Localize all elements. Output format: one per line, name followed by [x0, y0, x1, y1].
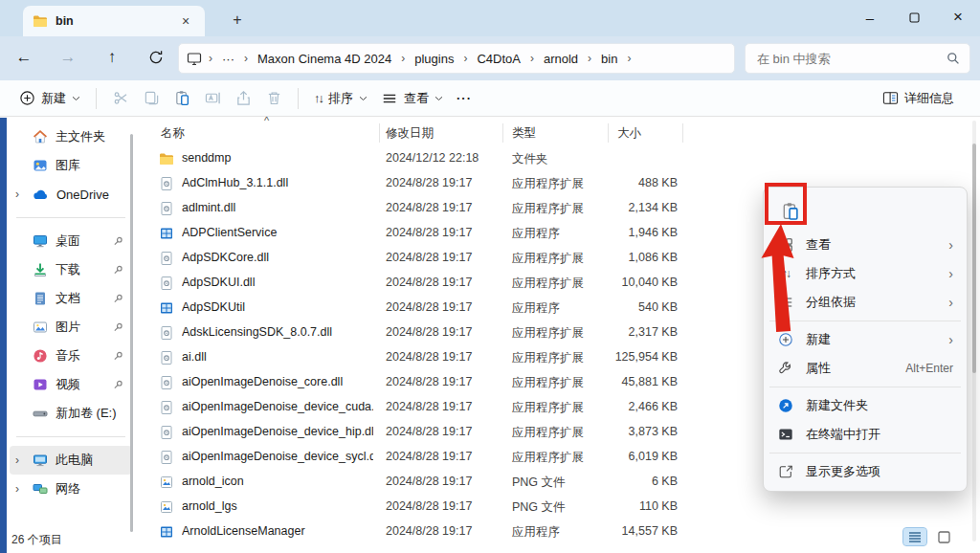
sidebar-item-music[interactable]: 音乐 — [10, 342, 132, 370]
file-name: ArnoldLicenseManager — [182, 524, 373, 538]
new-button[interactable]: 新建 — [11, 84, 87, 113]
chevron-down-icon — [359, 96, 368, 101]
maximize-button[interactable] — [892, 0, 936, 34]
scrollbar-thumb[interactable] — [972, 144, 976, 373]
breadcrumb-separator: › — [462, 52, 468, 65]
file-date-modified: 2024/8/28 19:17 — [386, 375, 472, 388]
expand-chevron-icon[interactable]: › — [15, 188, 19, 201]
column-header-date[interactable]: 修改日期 — [386, 125, 434, 142]
menu-item-label: 属性 — [806, 360, 831, 377]
breadcrumb[interactable]: › ··· › Maxon Cinema 4D 2024 › plugins ›… — [178, 43, 735, 74]
file-date-modified: 2024/8/28 19:17 — [386, 400, 472, 413]
expand-chevron-icon[interactable]: › — [15, 453, 19, 467]
breadcrumb-item[interactable]: plugins — [408, 49, 460, 69]
close-button[interactable]: × — [936, 0, 980, 34]
app-icon — [159, 300, 174, 316]
sidebar-item-label: 桌面 — [56, 232, 80, 250]
column-header-type[interactable]: 类型 — [512, 125, 536, 142]
sidebar-item-this-pc[interactable]: › 此电脑 — [10, 446, 132, 475]
file-name: ai.dll — [182, 350, 373, 364]
file-size: 6 KB — [553, 475, 678, 488]
file-row[interactable]: ArnoldLicenseManager 2024/8/28 19:17 应用程… — [144, 520, 970, 544]
trash-icon — [265, 90, 282, 107]
details-pane-label: 详细信息 — [904, 90, 954, 107]
sidebar-item-network[interactable]: › 网络 — [10, 475, 132, 503]
sidebar-item-label: 音乐 — [56, 347, 80, 365]
minimize-button[interactable]: – — [848, 0, 892, 34]
sort-button-label: 排序 — [328, 90, 353, 107]
sidebar-divider — [16, 217, 125, 218]
cut-icon — [112, 90, 129, 107]
cut-button[interactable] — [105, 84, 136, 113]
sidebar-item-gallery[interactable]: 图库 — [10, 151, 132, 180]
search-input[interactable] — [755, 51, 939, 67]
search-box[interactable] — [745, 43, 970, 74]
menu-item-show-more-options[interactable]: 显示更多选项 — [768, 457, 962, 486]
explorer-tab[interactable]: bin × — [23, 6, 205, 36]
column-divider[interactable] — [608, 123, 609, 143]
folder-icon — [33, 14, 48, 28]
new-tab-button[interactable]: + — [224, 8, 251, 33]
up-button[interactable]: ↑ — [98, 43, 126, 72]
forward-button[interactable]: → — [54, 43, 82, 72]
expand-chevron-icon[interactable]: › — [15, 482, 19, 496]
menu-item-shortcut: Alt+Enter — [905, 362, 953, 375]
file-list-scrollbar[interactable] — [972, 121, 976, 542]
icons-view-toggle[interactable] — [932, 528, 955, 545]
videos-icon — [33, 377, 48, 392]
column-header-size[interactable]: 大小 — [617, 125, 641, 142]
navigation-pane: 主文件夹 图库 › OneDrive 桌面 下载 文档 图片 音乐 视频 — [7, 118, 135, 530]
sidebar-item-home[interactable]: 主文件夹 — [10, 122, 132, 151]
copy-button[interactable] — [136, 84, 167, 113]
breadcrumb-ellipsis[interactable]: ··· — [215, 49, 241, 69]
pin-icon — [113, 322, 123, 333]
breadcrumb-item[interactable]: arnold — [537, 49, 585, 69]
details-pane-button[interactable]: 详细信息 — [875, 84, 961, 113]
file-date-modified: 2024/8/28 19:17 — [386, 425, 472, 438]
file-row[interactable]: arnold_lgs 2024/8/28 19:17 PNG 文件 110 KB — [144, 495, 970, 520]
sidebar-item-documents[interactable]: 文档 — [10, 284, 132, 313]
view-button[interactable]: 查看 — [374, 84, 450, 113]
sidebar-item-onedrive[interactable]: › OneDrive — [10, 180, 132, 209]
back-button[interactable]: ← — [10, 43, 38, 72]
column-divider[interactable] — [502, 123, 503, 143]
delete-button[interactable] — [258, 84, 289, 113]
file-row[interactable]: senddmp 2024/12/12 22:18 文件夹 — [144, 146, 970, 171]
dll-icon — [159, 176, 174, 191]
paste-button[interactable] — [167, 84, 197, 113]
file-date-modified: 2024/8/28 19:17 — [386, 524, 472, 538]
menu-item-new-folder[interactable]: 新建文件夹 — [768, 391, 962, 420]
sort-button[interactable]: ↑↓ 排序 — [307, 84, 374, 113]
menu-item-open-in-terminal[interactable]: 在终端中打开 — [768, 420, 962, 449]
file-name: aiOpenImageDenoise_device_sycl.dll — [182, 450, 373, 463]
column-divider[interactable] — [379, 123, 380, 143]
file-type: 文件夹 — [512, 151, 548, 167]
column-divider[interactable] — [682, 123, 683, 143]
sidebar-item-new-volume-e[interactable]: 新加卷 (E:) — [10, 399, 132, 428]
app-icon — [159, 226, 174, 241]
dll-icon — [159, 201, 174, 216]
sidebar-item-videos[interactable]: 视频 — [10, 370, 132, 399]
copy-icon — [143, 90, 160, 107]
sidebar-item-downloads[interactable]: 下载 — [10, 255, 132, 284]
more-button[interactable]: ··· — [450, 85, 479, 111]
tab-close-icon[interactable]: × — [176, 11, 195, 31]
refresh-button[interactable] — [142, 43, 170, 72]
toolbar-divider — [96, 88, 97, 109]
sidebar-item-pictures[interactable]: 图片 — [10, 313, 132, 342]
column-header-name[interactable]: 名称 — [161, 125, 185, 142]
wrench-icon — [777, 360, 794, 377]
share-button[interactable] — [228, 84, 258, 113]
sidebar-item-desktop[interactable]: 桌面 — [10, 227, 132, 255]
sidebar-scrollbar[interactable] — [130, 134, 133, 532]
details-view-toggle[interactable] — [903, 528, 926, 545]
breadcrumb-item-current[interactable]: bin — [594, 49, 624, 69]
menu-item-properties[interactable]: 属性 Alt+Enter — [768, 354, 962, 383]
breadcrumb-item[interactable]: C4DtoA — [470, 49, 527, 69]
file-size: 488 KB — [553, 176, 678, 189]
rename-button[interactable] — [197, 84, 228, 113]
rename-icon — [204, 90, 221, 107]
breadcrumb-item[interactable]: Maxon Cinema 4D 2024 — [251, 49, 398, 69]
file-size: 125,954 KB — [553, 350, 678, 364]
file-size: 2,466 KB — [553, 400, 678, 413]
